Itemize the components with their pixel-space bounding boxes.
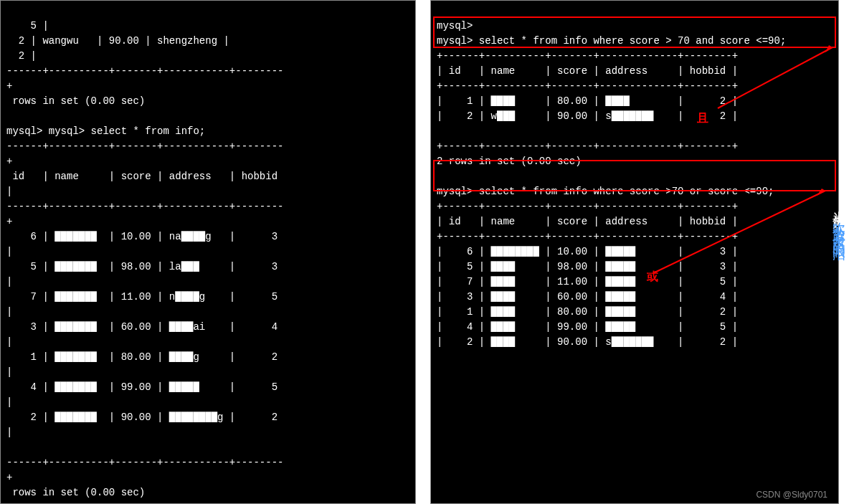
table-separator: +------+----------+-------+-------------…: [437, 141, 738, 152]
table-separator: +: [6, 80, 12, 92]
table-header: id | name | score | address | hobbid: [6, 171, 278, 182]
terminal-left: 5 | 2 | wangwu | 90.00 | shengzheng | 2 …: [0, 0, 416, 504]
table-separator: +: [6, 472, 12, 483]
watermark-vertical: 半生风雪吹不散岁月留下的眼泪: [830, 201, 848, 241]
table-separator: ------+----------+-------+-----------+--…: [6, 201, 283, 212]
result-msg: rows in set (0.00 sec): [6, 487, 145, 498]
svg-marker-3: [817, 189, 825, 196]
table-header: | id | name | score | address | hobbid |: [437, 65, 738, 77]
table-separator: +------+----------+-------+-------------…: [437, 50, 738, 62]
table-body-q1: | 1 | ████ | 80.00 | ████ | 2 | | 2 | w█…: [437, 94, 833, 124]
table-separator: +: [6, 216, 12, 227]
sql-query: mysql> mysql> select * from info;: [6, 125, 205, 137]
table-separator: ------+----------+-------+-----------+--…: [6, 141, 283, 152]
table-body-left: 6 | ███████ | 10.00 | na████g | 3 | 5 | …: [6, 229, 409, 440]
result-msg: rows in set (0.00 sec): [6, 95, 145, 107]
table-separator: ------+----------+-------+-----------+--…: [6, 457, 283, 468]
table-separator: +------+----------+-------+-------------…: [437, 231, 738, 242]
sql-query-and: mysql> select * from info where score > …: [437, 35, 786, 47]
table-separator: ------+----------+-------+-----------+--…: [6, 65, 283, 77]
table-body-q2: | 6 | ████████ | 10.00 | █████ | 3 | | 5…: [437, 244, 833, 350]
table-separator: +: [6, 156, 12, 167]
output-line: 2 | wangwu | 90.00 | shengzheng |: [6, 35, 229, 47]
sql-query-or: mysql> select * from info where score >7…: [437, 186, 774, 197]
result-msg: 2 rows in set (0.00 sec): [437, 156, 582, 167]
svg-marker-1: [825, 45, 833, 52]
terminal-right: mysql> mysql> select * from info where s…: [430, 0, 839, 504]
watermark-text: CSDN @Sldy0701: [756, 490, 827, 500]
table-header: | id | name | score | address | hobbid |: [437, 216, 738, 227]
output-line: 2 |: [6, 50, 37, 62]
mysql-prompt: mysql>: [437, 20, 473, 32]
table-separator: +------+----------+-------+-------------…: [437, 201, 738, 212]
table-separator: +------+----------+-------+-------------…: [437, 80, 738, 92]
output-line: 5 |: [6, 20, 49, 32]
